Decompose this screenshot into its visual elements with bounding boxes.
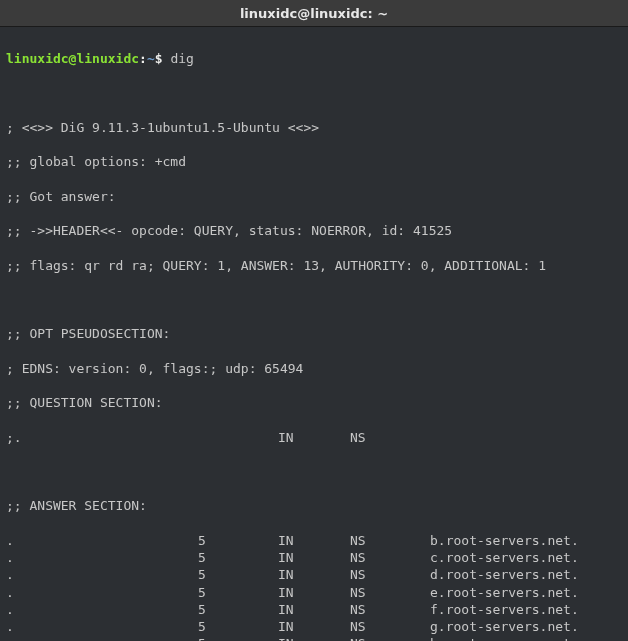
dig-question-header: ;; QUESTION SECTION: [6,394,622,411]
answer-ttl: 5 [198,584,278,601]
dig-answer-row: .5INNSf.root-servers.net. [6,601,622,618]
answer-class: IN [278,566,350,583]
prompt-user-host: linuxidc@linuxidc [6,51,139,66]
answer-type: NS [350,532,430,549]
answer-ttl: 5 [198,618,278,635]
dig-got-answer: ;; Got answer: [6,188,622,205]
dig-global-options: ;; global options: +cmd [6,153,622,170]
dig-flags-line: ;; flags: qr rd ra; QUERY: 1, ANSWER: 13… [6,257,622,274]
dig-answer-section: .5INNSb.root-servers.net..5INNSc.root-se… [6,532,622,641]
answer-name: . [6,566,198,583]
answer-ttl: 5 [198,601,278,618]
prompt-sep: : [139,51,147,66]
answer-ttl: 5 [198,532,278,549]
answer-value: d.root-servers.net. [430,566,622,583]
window-titlebar: linuxidc@linuxidc: ~ [0,0,628,27]
prompt-sigil: $ [155,51,163,66]
entered-command: dig [170,51,193,66]
blank-line [6,291,622,308]
dig-answer-row: .5INNSg.root-servers.net. [6,618,622,635]
answer-type: NS [350,566,430,583]
answer-name: . [6,635,198,641]
answer-value: f.root-servers.net. [430,601,622,618]
answer-name: . [6,601,198,618]
answer-type: NS [350,618,430,635]
answer-class: IN [278,549,350,566]
dig-opt-pseudosection: ;; OPT PSEUDOSECTION: [6,325,622,342]
answer-value: h.root-servers.net. [430,635,622,641]
window-title: linuxidc@linuxidc: ~ [240,6,388,21]
answer-ttl: 5 [198,549,278,566]
answer-class: IN [278,635,350,641]
answer-class: IN [278,584,350,601]
dig-answer-row: .5INNSd.root-servers.net. [6,566,622,583]
answer-class: IN [278,618,350,635]
answer-ttl: 5 [198,635,278,641]
answer-value: g.root-servers.net. [430,618,622,635]
answer-name: . [6,584,198,601]
prompt-path: ~ [147,51,155,66]
answer-value: b.root-servers.net. [430,532,622,549]
question-type: NS [350,429,430,446]
dig-answer-row: .5INNSb.root-servers.net. [6,532,622,549]
answer-class: IN [278,601,350,618]
answer-name: . [6,618,198,635]
blank-line [6,463,622,480]
terminal-viewport[interactable]: linuxidc@linuxidc:~$ dig ; <<>> DiG 9.11… [0,27,628,641]
answer-name: . [6,532,198,549]
answer-type: NS [350,549,430,566]
answer-type: NS [350,584,430,601]
dig-edns-line: ; EDNS: version: 0, flags:; udp: 65494 [6,360,622,377]
dig-question-row: ;. INNS [6,429,622,446]
answer-type: NS [350,601,430,618]
prompt-line-1: linuxidc@linuxidc:~$ dig [6,50,622,67]
answer-class: IN [278,532,350,549]
question-class: IN [278,429,350,446]
question-name: ;. [6,429,198,446]
dig-banner: ; <<>> DiG 9.11.3-1ubuntu1.5-Ubuntu <<>> [6,119,622,136]
dig-answer-row: .5INNSc.root-servers.net. [6,549,622,566]
dig-header-line: ;; ->>HEADER<<- opcode: QUERY, status: N… [6,222,622,239]
question-ttl [198,429,278,446]
blank-line [6,85,622,102]
answer-ttl: 5 [198,566,278,583]
answer-name: . [6,549,198,566]
answer-value: e.root-servers.net. [430,584,622,601]
answer-type: NS [350,635,430,641]
dig-answer-row: .5INNSh.root-servers.net. [6,635,622,641]
dig-answer-header: ;; ANSWER SECTION: [6,497,622,514]
dig-answer-row: .5INNSe.root-servers.net. [6,584,622,601]
answer-value: c.root-servers.net. [430,549,622,566]
